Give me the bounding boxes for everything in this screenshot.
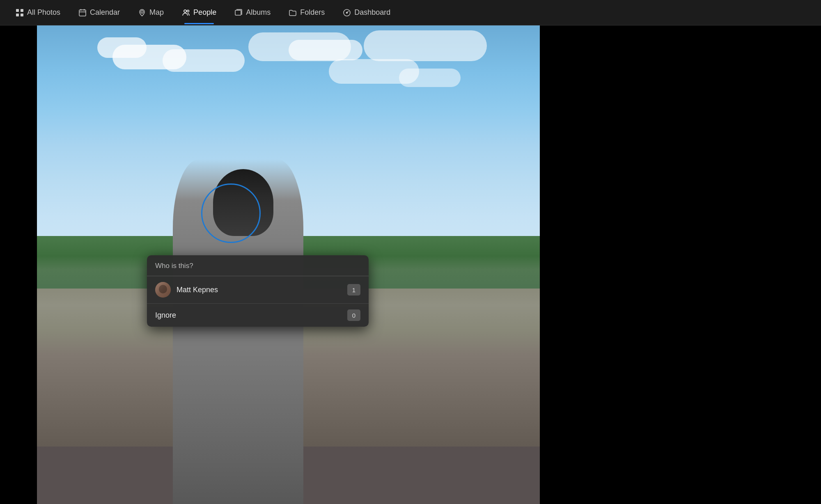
- nav-label-folders: Folders: [300, 8, 325, 17]
- nav-item-folders[interactable]: Folders: [281, 6, 332, 19]
- face-detection-circle: [201, 183, 261, 243]
- photo-view[interactable]: Who is this? Matt Kepnes 1 Ignore 0: [37, 25, 540, 504]
- cloud-3: [163, 49, 245, 72]
- nav-item-all-photos[interactable]: All Photos: [8, 6, 68, 19]
- main-content: Who is this? Matt Kepnes 1 Ignore 0: [0, 25, 821, 504]
- person-suggestion-matt[interactable]: Matt Kepnes 1: [147, 276, 369, 304]
- nav-item-map[interactable]: Map: [131, 6, 171, 19]
- cloud-2: [97, 37, 147, 58]
- person-avatar-matt: [155, 282, 171, 298]
- nav-label-calendar: Calendar: [90, 8, 120, 17]
- person-name-matt: Matt Kepnes: [177, 286, 347, 294]
- svg-rect-3: [21, 14, 23, 16]
- svg-rect-11: [235, 10, 241, 15]
- albums-icon: [234, 9, 243, 17]
- people-icon: [182, 9, 190, 17]
- ignore-count: 0: [347, 309, 360, 321]
- ignore-label: Ignore: [155, 311, 347, 320]
- svg-point-13: [346, 12, 348, 13]
- top-navigation: All Photos Calendar Map: [0, 0, 821, 25]
- popup-title: Who is this?: [147, 255, 369, 276]
- calendar-icon: [78, 9, 87, 17]
- nav-item-people[interactable]: People: [174, 6, 224, 19]
- nav-label-dashboard: Dashboard: [354, 8, 390, 17]
- ignore-option[interactable]: Ignore 0: [147, 304, 369, 327]
- cloud-7: [364, 30, 487, 61]
- cloud-5: [289, 40, 362, 60]
- who-is-this-popup: Who is this? Matt Kepnes 1 Ignore 0: [147, 255, 369, 327]
- svg-rect-0: [16, 9, 19, 12]
- nav-label-people: People: [193, 8, 216, 17]
- nav-label-all-photos: All Photos: [27, 8, 60, 17]
- map-icon: [138, 9, 146, 17]
- folders-icon: [289, 9, 297, 17]
- cloud-8: [399, 69, 461, 87]
- nav-item-albums[interactable]: Albums: [227, 6, 278, 19]
- svg-point-8: [141, 11, 143, 13]
- nav-item-dashboard[interactable]: Dashboard: [335, 6, 398, 19]
- svg-rect-4: [79, 10, 86, 16]
- nav-label-map: Map: [149, 8, 164, 17]
- nav-item-calendar[interactable]: Calendar: [71, 6, 127, 19]
- person-count-matt: 1: [347, 284, 360, 296]
- svg-rect-1: [21, 9, 23, 12]
- svg-rect-2: [16, 14, 19, 16]
- nav-label-albums: Albums: [246, 8, 271, 17]
- svg-point-10: [187, 10, 189, 12]
- grid-icon: [16, 9, 24, 17]
- svg-point-9: [184, 10, 186, 12]
- dashboard-icon: [343, 9, 351, 17]
